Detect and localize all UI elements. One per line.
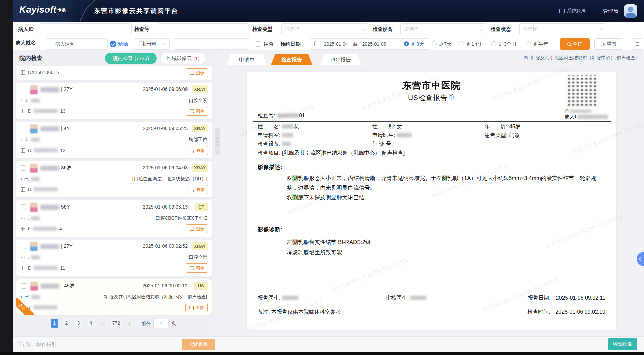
selected-ribbon: 选中 — [16, 298, 34, 315]
system-help-link[interactable]: 系统说明 — [559, 0, 587, 22]
exam-checkbox[interactable] — [21, 165, 26, 171]
status-dot-icon — [21, 100, 22, 101]
range-1m-radio[interactable] — [459, 41, 464, 46]
combo-checkbox[interactable] — [256, 41, 261, 47]
exam-status-select[interactable]: 请选择 — [519, 23, 605, 35]
tab-region-count: (1) — [193, 56, 199, 61]
window-bottom-edge — [0, 352, 644, 355]
exam-card-partial[interactable]: DX250106015 图像 — [16, 66, 212, 80]
status-text: 未 — [24, 98, 29, 104]
patient-avatar — [30, 203, 38, 212]
selected-ribbon-label: 选中 — [16, 298, 34, 315]
exam-card[interactable]: 36岁 2025-01-06 09:04:03 XRAY 已 [口腔曲面断层,口… — [16, 161, 212, 197]
prev-page-button[interactable]: ‹ — [39, 319, 46, 328]
image-button-label: 图像 — [196, 108, 204, 114]
page-button-4[interactable]: 4 — [87, 319, 95, 328]
tab-region-cloud[interactable]: 区域影像云 (1) — [161, 53, 205, 64]
image-button-label: 图像 — [196, 226, 204, 232]
exam-status: 已 — [21, 254, 40, 260]
image-button[interactable]: 图像 — [186, 146, 208, 155]
exact-checkbox[interactable] — [110, 41, 116, 47]
exam-checkbox[interactable] — [21, 126, 26, 131]
form-icon — [635, 41, 640, 47]
exam-time-value: 2025-01-06 09:02:10 — [555, 309, 605, 315]
image-button[interactable]: 图像 — [186, 68, 208, 77]
avatar[interactable] — [624, 4, 637, 18]
compare-images-button[interactable]: 对比影像 — [182, 339, 215, 350]
phone-type-select[interactable]: 手机号码 — [134, 38, 170, 50]
range-3m-radio[interactable] — [491, 41, 496, 46]
range-6m-radio[interactable] — [526, 41, 531, 46]
exam-card[interactable]: 56Y 2025-01-06 09:03:13 CT 已 口腔CBCT锥形束CT… — [16, 200, 212, 237]
patient-id-input[interactable] — [39, 23, 132, 35]
range-1m-label[interactable]: 近1个月 — [466, 38, 484, 50]
image-button[interactable]: 图像 — [186, 107, 208, 116]
goto-page: 前往 页 — [141, 319, 176, 328]
exam-description: [乳腺及其引流区淋巴结彩超（乳腺中心）,超声检查] — [104, 294, 207, 300]
range-3d-radio[interactable] — [404, 41, 409, 46]
exam-type-select[interactable]: 请选择 — [281, 23, 368, 35]
diagnosis-body: 左侧乳腺囊实性结节 BI-RADS:2级 考虑乳腺增生所致可能 — [287, 237, 605, 258]
redacted-patient-name — [40, 166, 59, 171]
panel-splitter-handle[interactable] — [215, 128, 220, 155]
page-button-1[interactable]: 1 — [51, 319, 58, 328]
exam-id-text: DX250106015 — [28, 70, 59, 75]
next-page-button[interactable]: › — [126, 319, 133, 328]
filter-bar: 病人ID 检查号 检查类型 请选择 检查设备 请选择 检查状态 请选择 病人姓名… — [0, 22, 644, 50]
tab-hospital-exams[interactable]: 院内检查 (7720) — [105, 53, 157, 64]
phone-input[interactable] — [173, 38, 249, 50]
redacted-report-doctor — [282, 296, 298, 300]
redacted-status — [31, 99, 40, 103]
layout-settings-button[interactable] — [632, 38, 643, 50]
exam-card[interactable]: | 27Y 2025-01-06 09:06:09 XRAY 未 口腔全景 D1… — [16, 83, 212, 119]
exam-status: 未 — [21, 137, 40, 143]
exam-checkbox[interactable] — [21, 244, 26, 249]
exam-description: [口腔曲面断层,口腔X线摄影（DR）] — [132, 176, 207, 182]
exam-device-select[interactable]: 请选择 — [400, 23, 486, 35]
exam-no-input[interactable] — [158, 23, 249, 35]
exam-item-field: 检查项目: [乳腺及其引流区淋巴结彩超（乳腺中心）,超声检查] — [258, 150, 405, 157]
exam-card[interactable]: | 27Y 2025-01-06 09:02:52 XRAY 已 口腔全景 D1… — [16, 240, 212, 276]
divider-line — [253, 159, 611, 159]
search-button[interactable]: 查询 — [560, 38, 590, 50]
range-3d-label[interactable]: 近3天 — [411, 38, 424, 50]
reset-button[interactable]: 重置 — [594, 38, 623, 50]
exam-card-selected[interactable]: | 45岁 2025-01-06 09:02:10 US 已 [乳腺及其引流区淋… — [16, 279, 212, 315]
page-button-3[interactable]: 3 — [75, 319, 83, 328]
user-menu[interactable]: 管理员 — [603, 0, 618, 22]
goto-page-input[interactable] — [153, 319, 169, 328]
exam-checkbox[interactable] — [21, 204, 26, 210]
tab-exam-report[interactable]: 检查报告 — [271, 54, 313, 65]
redacted-name — [282, 124, 293, 129]
web-image-button[interactable]: Web图像 — [608, 338, 637, 350]
brand-logo: Kayisoft卡易 — [19, 5, 66, 15]
range-3m-label[interactable]: 近3个月 — [499, 38, 517, 50]
exam-checkbox[interactable] — [21, 87, 26, 92]
exam-card[interactable]: | 4Y 2025-01-06 09:05:25 XRAY 未 胸部正位 D12… — [16, 122, 212, 158]
page-button-last[interactable]: 772 — [111, 319, 121, 328]
tab-pdf-report[interactable]: PDF报告 — [320, 54, 362, 65]
exam-datetime: 2025-01-06 09:02:52 — [143, 243, 188, 249]
image-button[interactable]: 图像 — [186, 224, 208, 233]
range-7d-radio[interactable] — [432, 41, 437, 46]
search-button-label: 查询 — [573, 41, 583, 47]
image-button[interactable]: 图像 — [185, 303, 208, 312]
image-button[interactable]: 图像 — [186, 185, 208, 194]
redacted-dept — [282, 133, 293, 137]
image-button[interactable]: 图像 — [186, 263, 208, 273]
page-button-2[interactable]: 2 — [63, 319, 70, 328]
exam-no-label: 检查号 — [134, 23, 149, 35]
image-button-label: 图像 — [196, 187, 204, 193]
redacted-status — [31, 255, 40, 259]
patient-name-input[interactable] — [46, 38, 108, 50]
page-ellipsis[interactable]: ⋯ — [99, 319, 107, 328]
tab-request-form[interactable]: 申请单 — [226, 54, 267, 65]
range-7d-label[interactable]: 近7天 — [439, 38, 452, 50]
report-row-identity: 姓 名: 花 性 别: 女 年 龄: 45岁 — [247, 123, 616, 131]
request-doctor-field: 申请医生: — [372, 132, 412, 139]
range-6m-label[interactable]: 近半年 — [533, 38, 548, 50]
description-section-label: 影像描述: — [258, 163, 282, 171]
exam-status: 未 — [21, 98, 40, 104]
exam-checkbox[interactable] — [21, 283, 26, 289]
compare-guide-link[interactable]: 对比操作指引 — [19, 337, 56, 352]
